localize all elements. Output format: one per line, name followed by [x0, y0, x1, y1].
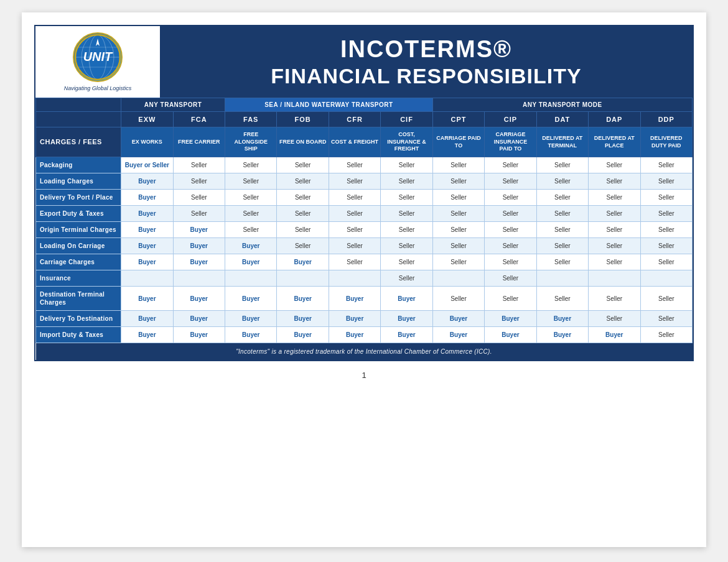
cell-2-4: Seller [329, 190, 380, 206]
cell-2-10: Seller [640, 190, 692, 206]
cell-0-7: Seller [485, 157, 536, 173]
cell-9-9: Seller [589, 311, 640, 327]
table-row: Origin Terminal ChargesBuyerBuyerSellerS… [36, 222, 693, 238]
main-container: UNIT Navigating Global Logistics INCOTER… [34, 25, 694, 361]
table-row: Delivery To DestinationBuyerBuyerBuyerBu… [36, 311, 693, 327]
row-label-0: Packaging [36, 157, 121, 173]
table-body: PackagingBuyer or SellerSellerSellerSell… [36, 157, 693, 343]
cell-10-5: Buyer [381, 327, 432, 343]
cell-4-4: Seller [329, 222, 380, 238]
cell-4-2: Seller [225, 222, 277, 238]
term-header-row: Charges / Fees Ex Works Free Carrier Fre… [36, 127, 693, 157]
cell-4-0: Buyer [121, 222, 173, 238]
cell-0-3: Seller [277, 157, 329, 173]
cell-0-9: Seller [589, 157, 640, 173]
table-row: InsuranceSellerSeller [36, 270, 693, 287]
cell-2-9: Seller [589, 190, 640, 206]
cell-7-0 [121, 270, 173, 287]
page: UNIT Navigating Global Logistics INCOTER… [22, 12, 706, 547]
cell-2-0: Buyer [121, 190, 173, 206]
charges-header: Charges / Fees [36, 127, 121, 157]
cell-9-1: Buyer [173, 311, 225, 327]
footer-text: "Incoterms" is a registered trademark of… [36, 343, 693, 361]
cell-6-6: Seller [432, 254, 484, 270]
cell-4-8: Seller [536, 222, 588, 238]
term-dap: Delivered At Place [589, 127, 640, 157]
cell-6-10: Seller [640, 254, 692, 270]
cell-6-0: Buyer [121, 254, 173, 270]
cell-6-3: Buyer [277, 254, 329, 270]
logo-subtitle: Navigating Global Logistics [64, 85, 132, 91]
row-label-5: Loading On Carriage [36, 238, 121, 254]
cell-6-5: Seller [381, 254, 432, 270]
code-fas: FAS [225, 112, 277, 127]
cell-7-10 [640, 270, 692, 287]
term-fas: Free Alongside Ship [225, 127, 277, 157]
row-label-1: Loading Charges [36, 173, 121, 190]
code-header-row: EXW FCA FAS FOB CFR CIF CPT CIP DAT DAP … [36, 112, 693, 127]
row-label-2: Delivery To Port / Place [36, 190, 121, 206]
table-wrapper: ANY TRANSPORT SEA / INLAND WATERWAY TRAN… [35, 98, 693, 360]
cell-9-3: Buyer [277, 311, 329, 327]
row-label-3: Export Duty & Taxes [36, 206, 121, 222]
cell-6-9: Seller [589, 254, 640, 270]
cell-6-8: Seller [536, 254, 588, 270]
cell-2-3: Seller [277, 190, 329, 206]
group-header-row: ANY TRANSPORT SEA / INLAND WATERWAY TRAN… [36, 98, 693, 112]
logo-svg: UNIT [74, 34, 121, 81]
cell-7-7: Seller [485, 270, 536, 287]
term-cfr: Cost & Freight [329, 127, 380, 157]
cell-7-4 [329, 270, 380, 287]
cell-1-5: Seller [381, 173, 432, 190]
cell-10-2: Buyer [225, 327, 277, 343]
cell-8-7: Seller [485, 287, 536, 311]
cell-1-4: Seller [329, 173, 380, 190]
cell-0-1: Seller [173, 157, 225, 173]
cell-4-9: Seller [589, 222, 640, 238]
cell-2-2: Seller [225, 190, 277, 206]
term-ddp: Delivered Duty Paid [640, 127, 692, 157]
term-fob: Free On Board [277, 127, 329, 157]
header-row: UNIT Navigating Global Logistics INCOTER… [35, 26, 693, 98]
cell-3-2: Seller [225, 206, 277, 222]
cell-1-10: Seller [640, 173, 692, 190]
code-dat: DAT [536, 112, 588, 127]
cell-5-7: Seller [485, 238, 536, 254]
cell-6-1: Buyer [173, 254, 225, 270]
group-empty [36, 98, 121, 112]
group-any-transport-mode: ANY TRANSPORT MODE [432, 98, 692, 112]
cell-10-4: Buyer [329, 327, 380, 343]
table-row: Loading ChargesBuyerSellerSellerSellerSe… [36, 173, 693, 190]
term-cpt: Carriage Paid To [432, 127, 484, 157]
row-label-4: Origin Terminal Charges [36, 222, 121, 238]
cell-5-6: Seller [432, 238, 484, 254]
cell-10-7: Buyer [485, 327, 536, 343]
cell-1-2: Seller [225, 173, 277, 190]
cell-3-8: Seller [536, 206, 588, 222]
cell-3-0: Buyer [121, 206, 173, 222]
table-row: Carriage ChargesBuyerBuyerBuyerBuyerSell… [36, 254, 693, 270]
row-label-8: Destination Terminal Charges [36, 287, 121, 311]
row-label-10: Import Duty & Taxes [36, 327, 121, 343]
table-row: Loading On CarriageBuyerBuyerBuyerSeller… [36, 238, 693, 254]
table-row: Import Duty & TaxesBuyerBuyerBuyerBuyerB… [36, 327, 693, 343]
cell-9-7: Buyer [485, 311, 536, 327]
cell-0-5: Seller [381, 157, 432, 173]
cell-10-0: Buyer [121, 327, 173, 343]
cell-10-6: Buyer [432, 327, 484, 343]
cell-1-7: Seller [485, 173, 536, 190]
cell-8-6: Seller [432, 287, 484, 311]
cell-8-8: Seller [536, 287, 588, 311]
cell-8-5: Buyer [381, 287, 432, 311]
cell-8-2: Buyer [225, 287, 277, 311]
page-number: 1 [34, 371, 694, 380]
cell-4-3: Seller [277, 222, 329, 238]
cell-9-2: Buyer [225, 311, 277, 327]
code-cif: CIF [381, 112, 432, 127]
row-label-7: Insurance [36, 270, 121, 287]
cell-9-5: Buyer [381, 311, 432, 327]
cell-10-9: Buyer [589, 327, 640, 343]
cell-1-9: Seller [589, 173, 640, 190]
cell-1-6: Seller [432, 173, 484, 190]
incoterms-table: ANY TRANSPORT SEA / INLAND WATERWAY TRAN… [35, 98, 693, 360]
